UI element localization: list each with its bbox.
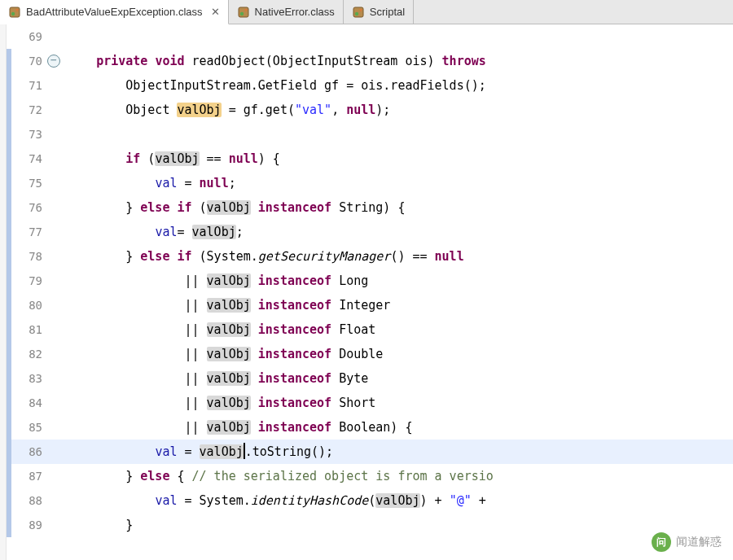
close-icon[interactable]: ✕ — [211, 6, 220, 18]
svg-point-5 — [239, 11, 243, 15]
code-token: String) { — [331, 200, 405, 215]
code-content[interactable]: || valObj instanceof Byte — [64, 366, 733, 391]
code-content[interactable]: } else { // the serialized object is fro… — [64, 464, 733, 488]
code-token: instanceof — [258, 273, 331, 288]
code-content[interactable]: val = System.identityHashCode(valObj) + … — [64, 488, 733, 513]
code-token: ( — [140, 151, 155, 166]
line-number: 72 — [11, 98, 47, 122]
code-line[interactable]: 71 ObjectInputStream.GetField gf = ois.r… — [7, 73, 733, 98]
code-content[interactable]: val = null; — [64, 171, 733, 195]
line-number: 71 — [11, 73, 47, 98]
code-token: Byte — [331, 371, 368, 386]
code-line[interactable]: 80 || valObj instanceof Integer — [7, 293, 733, 317]
code-content[interactable] — [64, 24, 733, 49]
code-content[interactable]: || valObj instanceof Long — [64, 269, 733, 293]
code-token: valObj — [207, 420, 251, 435]
editor-tab[interactable]: Scriptal — [344, 0, 414, 24]
fold-gutter — [47, 73, 64, 98]
code-content[interactable]: } else if (System.getSecurityManager() =… — [64, 244, 733, 269]
code-content[interactable]: || valObj instanceof Boolean) { — [64, 415, 733, 440]
code-line[interactable]: 84 || valObj instanceof Short — [7, 391, 733, 415]
code-line[interactable]: 76 } else if (valObj instanceof String) … — [7, 195, 733, 220]
code-line[interactable]: 83 || valObj instanceof Byte — [7, 366, 733, 391]
code-line[interactable]: 81 || valObj instanceof Float — [7, 317, 733, 342]
code-line[interactable]: 75 val = null; — [7, 171, 733, 195]
line-number: 87 — [11, 464, 47, 488]
code-token: instanceof — [258, 200, 331, 215]
line-number: 86 — [11, 440, 47, 464]
code-content[interactable]: ObjectInputStream.GetField gf = ois.read… — [64, 73, 733, 98]
fold-gutter[interactable]: − — [47, 49, 64, 73]
code-token — [67, 54, 96, 68]
code-content[interactable]: if (valObj == null) { — [64, 147, 733, 171]
code-content[interactable]: } — [64, 513, 733, 537]
code-token: // the serialized object is from a versi… — [192, 469, 494, 483]
code-content[interactable]: || valObj instanceof Integer — [64, 293, 733, 317]
code-token: instanceof — [258, 298, 331, 313]
editor-tab[interactable]: BadAttributeValueExpException.class✕ — [0, 0, 229, 24]
fold-gutter — [47, 317, 64, 342]
line-number: 73 — [11, 122, 47, 147]
fold-collapse-icon[interactable]: − — [47, 55, 60, 68]
code-token: || — [67, 347, 207, 361]
code-line[interactable]: 70− private void readObject(ObjectInputS… — [7, 49, 733, 73]
code-token: val — [155, 493, 177, 508]
tab-label: BadAttributeValueExpException.class — [26, 6, 203, 18]
code-token: Float — [331, 322, 375, 337]
code-line[interactable]: 89 } — [7, 513, 733, 537]
code-line[interactable]: 79 || valObj instanceof Long — [7, 269, 733, 293]
code-editor[interactable]: 6970− private void readObject(ObjectInpu… — [0, 24, 733, 560]
code-content[interactable]: } else if (valObj instanceof String) { — [64, 195, 733, 220]
code-line[interactable]: 85 || valObj instanceof Boolean) { — [7, 415, 733, 440]
code-token: } — [67, 469, 140, 483]
code-token: ) { — [258, 151, 280, 166]
code-line[interactable]: 88 val = System.identityHashCode(valObj)… — [7, 488, 733, 513]
code-token: valObj — [200, 444, 244, 459]
line-number: 78 — [11, 244, 47, 269]
code-token: } — [67, 518, 133, 532]
line-number: 82 — [11, 342, 47, 366]
code-line[interactable]: 72 Object valObj = gf.get("val", null); — [7, 98, 733, 122]
code-token: else — [140, 249, 169, 264]
code-line[interactable]: 77 val= valObj; — [7, 220, 733, 244]
code-token — [251, 396, 258, 410]
tab-label: Scriptal — [370, 6, 405, 18]
code-token: void — [155, 54, 184, 68]
code-token: () == — [390, 249, 434, 264]
code-token: valObj — [207, 371, 251, 386]
line-number: 84 — [11, 391, 47, 415]
code-content[interactable] — [64, 122, 733, 147]
code-token: || — [67, 322, 207, 337]
code-content[interactable]: Object valObj = gf.get("val", null); — [64, 98, 733, 122]
class-file-icon — [237, 6, 250, 19]
editor-tab[interactable]: NativeError.class — [229, 0, 344, 24]
fold-gutter — [47, 440, 64, 464]
code-line[interactable]: 69 — [7, 24, 733, 49]
line-number: 75 — [11, 171, 47, 195]
code-line[interactable]: 74 if (valObj == null) { — [7, 147, 733, 171]
code-token: = — [177, 176, 199, 190]
code-token — [251, 200, 258, 215]
code-content[interactable]: || valObj instanceof Float — [64, 317, 733, 342]
code-content[interactable]: || valObj instanceof Short — [64, 391, 733, 415]
code-token: valObj — [207, 396, 251, 410]
code-content[interactable]: val = valObj.toString(); — [64, 440, 733, 464]
code-content[interactable]: private void readObject(ObjectInputStrea… — [64, 49, 733, 73]
code-token — [67, 151, 125, 166]
line-number: 88 — [11, 488, 47, 513]
code-token: valObj — [207, 298, 251, 313]
line-number: 79 — [11, 269, 47, 293]
code-content[interactable]: val= valObj; — [64, 220, 733, 244]
svg-point-8 — [355, 11, 358, 15]
code-line[interactable]: 82 || valObj instanceof Double — [7, 342, 733, 366]
code-line[interactable]: 78 } else if (System.getSecurityManager(… — [7, 244, 733, 269]
code-token: Integer — [331, 298, 390, 313]
code-token: + — [472, 493, 486, 508]
code-content[interactable]: || valObj instanceof Double — [64, 342, 733, 366]
code-line[interactable]: 86 val = valObj.toString(); — [7, 440, 733, 464]
code-token: Double — [331, 347, 383, 361]
code-token: identityHashCode — [251, 493, 369, 508]
code-token: = — [177, 225, 191, 239]
code-line[interactable]: 87 } else { // the serialized object is … — [7, 464, 733, 488]
code-line[interactable]: 73 — [7, 122, 733, 147]
